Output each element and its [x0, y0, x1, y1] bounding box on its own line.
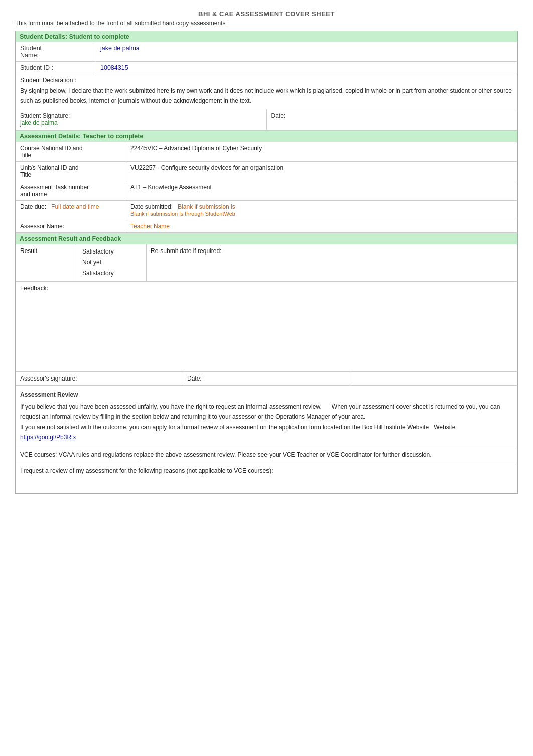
student-signature-cell: Student Signature: jake de palma	[16, 109, 267, 130]
course-row: Course National ID andTitle 22445VIC – A…	[16, 142, 517, 161]
unit-label: Unit/s National ID andTitle	[20, 164, 79, 178]
assessor-signature-row: Assessor's signature: Date:	[16, 372, 517, 386]
course-value: 22445VIC – Advanced Diploma of Cyber Sec…	[126, 142, 517, 161]
task-row: Assessment Task numberand name AT1 – Kno…	[16, 181, 517, 200]
declaration-colon: :	[75, 77, 76, 84]
student-section-header: Student Details: Student to complete	[16, 31, 517, 42]
result-not-satisfactory: Satisfactory	[82, 268, 140, 279]
review-website-label: Website	[434, 424, 455, 431]
assessor-name-label: Assessor Name:	[16, 220, 126, 232]
signature-date-cell: Date:	[267, 109, 517, 130]
declaration-row: Student Declaration : By signing below, …	[16, 74, 517, 109]
student-name-row: StudentName: jake de palma	[16, 42, 517, 62]
assessor-signature-cell: Assessor's signature:	[16, 372, 183, 385]
assessor-name-row: Assessor Name: Teacher Name	[16, 220, 517, 232]
date-submitted-blank: Blank if submission is	[178, 203, 235, 210]
page-subtitle: This form must be attached to the front …	[15, 20, 518, 27]
date-due-label: Date due:	[20, 203, 46, 210]
date-submitted-label: Date submitted:	[130, 203, 173, 210]
vce-row: VCE courses: VCAA rules and regulations …	[16, 447, 517, 463]
feedback-row: Feedback:	[16, 282, 517, 372]
assessor-name-value: Teacher Name	[126, 220, 517, 232]
assessor-date-cell: Date:	[183, 372, 350, 385]
course-label: Course National ID andTitle	[20, 145, 83, 159]
review-text1: If you believe that you have been assess…	[20, 403, 322, 410]
unit-row: Unit/s National ID andTitle VU22257 - Co…	[16, 161, 517, 181]
declaration-text: By signing below, I declare that the wor…	[20, 86, 513, 106]
assessment-details-table: Course National ID andTitle 22445VIC – A…	[16, 142, 517, 233]
signature-row: Student Signature: jake de palma Date:	[16, 109, 517, 130]
result-row: Result Satisfactory Not yet Satisfactory…	[16, 244, 517, 282]
review-request-row: I request a review of my assessment for …	[16, 463, 517, 493]
result-options: Satisfactory Not yet Satisfactory	[76, 244, 147, 281]
date-row: Date due: Full date and time Date submit…	[16, 200, 517, 220]
result-satisfactory: Satisfactory	[82, 246, 140, 258]
assessment-section-header: Assessment Details: Teacher to complete	[16, 130, 517, 142]
review-link[interactable]: https://goo.gl/Pb3Rtx	[20, 434, 76, 441]
date-submitted-through: Blank if submission is through StudentWe…	[130, 211, 235, 217]
student-id-row: Student ID : 10084315	[16, 62, 517, 74]
assessor-sig-label: Assessor's signature:	[20, 375, 77, 382]
assessor-extra-cell	[350, 372, 517, 385]
vce-text: VCE courses: VCAA rules and regulations …	[20, 451, 432, 458]
task-value: AT1 – Knowledge Assessment	[126, 181, 517, 200]
result-resubmit: Re-submit date if required:	[147, 244, 517, 281]
date-due-value: Full date and time	[51, 203, 99, 210]
declaration-label: Student Declaration	[20, 77, 73, 84]
student-signature-label: Student Signature:	[20, 112, 262, 119]
signature-date-label: Date:	[271, 112, 513, 119]
feedback-label: Feedback:	[20, 285, 48, 292]
review-header: Assessment Review	[20, 390, 513, 400]
review-request-text: I request a review of my assessment for …	[20, 467, 273, 474]
review-section: Assessment Review If you believe that yo…	[16, 386, 517, 447]
result-not-yet: Not yet	[82, 257, 140, 268]
result-label: Result	[16, 244, 76, 281]
assessor-date-label: Date:	[187, 375, 202, 382]
result-section-header: Assessment Result and Feedback	[16, 233, 517, 244]
student-id-label: Student ID :	[20, 64, 53, 71]
student-signature-value: jake de palma	[20, 119, 262, 127]
task-label: Assessment Task numberand name	[20, 184, 89, 198]
review-text3: If you are not satisfied with the outcom…	[20, 424, 429, 431]
student-name-value: jake de palma	[96, 42, 517, 62]
student-id-value: 10084315	[96, 62, 517, 74]
unit-value: VU22257 - Configure security devices for…	[126, 161, 517, 181]
page-title: BHI & CAE ASSESSMENT COVER SHEET	[15, 10, 518, 18]
